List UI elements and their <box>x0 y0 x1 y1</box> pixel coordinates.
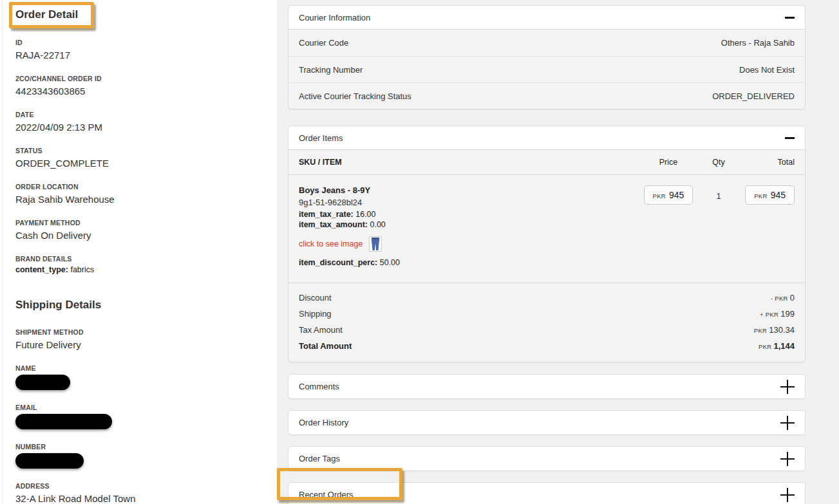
field-status: STATUS ORDER_COMPLETE <box>15 147 261 169</box>
price-currency: PKR <box>653 192 666 200</box>
field-shipment-label: SHIPMENT METHOD <box>15 328 261 336</box>
field-channel-label: 2CO/CHANNEL ORDER ID <box>15 75 261 82</box>
order-items-header[interactable]: Order Items <box>288 126 805 150</box>
field-location-label: ORDER LOCATION <box>15 183 261 191</box>
courier-code-label: Courier Code <box>299 38 348 48</box>
field-location-value: Raja Sahib Warehouse <box>15 193 261 205</box>
recent-orders-title: Recent Orders <box>299 490 354 499</box>
order-history-title: Order History <box>299 418 348 427</box>
tracking-status-row: Active Courier Tracking Status ORDER_DEL… <box>288 82 805 109</box>
field-date-value: 2022/04/09 2:13 PM <box>15 121 261 133</box>
item-tax-rate: item_tax_rate: 16.00 <box>299 210 632 219</box>
price-chip: PKR 945 <box>644 185 693 205</box>
jeans-icon <box>371 238 380 250</box>
field-status-value: ORDER_COMPLETE <box>15 157 261 169</box>
total-amount-row: Total Amount PKR1,144 <box>299 338 795 354</box>
field-date: DATE 2022/04/09 2:13 PM <box>15 111 261 133</box>
order-detail-sidebar: Order Detail ID RAJA-22717 2CO/CHANNEL O… <box>0 0 277 504</box>
order-totals-section: Discount - PKR0 Shipping + PKR199 Tax Am… <box>288 283 805 362</box>
field-number: NUMBER <box>15 443 261 469</box>
total-amount-label: Total Amount <box>299 341 352 351</box>
field-name: NAME <box>15 364 261 390</box>
field-id-label: ID <box>15 39 261 46</box>
column-price: Price <box>632 158 704 167</box>
field-payment-method: PAYMENT METHOD Cash On Delivery <box>15 219 261 241</box>
field-number-label: NUMBER <box>15 443 261 451</box>
order-items-table-header: SKU / ITEM Price Qty Total <box>288 150 805 175</box>
order-detail-page: Order Detail ID RAJA-22717 2CO/CHANNEL O… <box>0 0 839 504</box>
qty-value: 1 <box>704 191 733 201</box>
item-name: Boys Jeans - 8-9Y <box>299 185 632 195</box>
field-id-value: RAJA-22717 <box>15 49 261 61</box>
field-brand-details: BRAND DETAILS content_type: fabrics <box>15 255 261 274</box>
shipping-row: Shipping + PKR199 <box>299 306 795 322</box>
jeans-thumbnail-image[interactable] <box>369 236 382 252</box>
field-email: EMAIL <box>15 404 261 429</box>
item-price-cell: PKR 945 <box>632 185 704 268</box>
field-name-label: NAME <box>15 364 261 372</box>
field-email-label: EMAIL <box>15 404 261 411</box>
order-items-panel: Order Items SKU / ITEM Price Qty Total B… <box>288 126 806 362</box>
discount-row: Discount - PKR0 <box>299 290 795 306</box>
column-sku-item: SKU / ITEM <box>299 158 632 167</box>
courier-information-panel: Courier Information Courier Code Others … <box>288 5 806 109</box>
field-address-label: ADDRESS <box>15 482 261 490</box>
field-address: ADDRESS 32-A Link Road Model Town <box>15 482 261 504</box>
total-amount: 945 <box>771 190 786 200</box>
price-amount: 945 <box>669 190 684 200</box>
field-status-label: STATUS <box>15 147 261 154</box>
sidebar-divider <box>2 0 3 504</box>
item-qty-cell: 1 <box>704 185 733 268</box>
shipping-label: Shipping <box>299 309 332 319</box>
tax-amount-row: Tax Amount PKR130.34 <box>299 322 795 338</box>
field-date-label: DATE <box>15 111 261 118</box>
page-title: Order Detail <box>15 8 261 22</box>
order-tags-panel: Order Tags <box>288 446 806 471</box>
comments-header[interactable]: Comments <box>288 375 805 398</box>
redacted-name-value <box>15 375 70 390</box>
expand-icon[interactable] <box>780 452 795 466</box>
order-panels-area: Courier Information Courier Code Others … <box>277 0 839 504</box>
order-tags-title: Order Tags <box>299 454 340 463</box>
order-history-header[interactable]: Order History <box>288 411 805 434</box>
courier-information-title: Courier Information <box>299 13 370 23</box>
tracking-status-value: ORDER_DELIVERED <box>712 91 795 101</box>
order-tags-header[interactable]: Order Tags <box>288 447 805 471</box>
expand-icon[interactable] <box>780 488 795 502</box>
shipping-details-title: Shipping Details <box>15 299 261 312</box>
item-tax-amount: item_tax_amount: 0.00 <box>299 220 632 229</box>
item-total-cell: PKR 945 <box>733 185 795 268</box>
courier-code-value: Others - Raja Sahib <box>721 38 795 48</box>
tracking-status-label: Active Courier Tracking Status <box>299 91 411 101</box>
collapse-icon[interactable] <box>785 17 795 19</box>
recent-orders-panel: Recent Orders <box>288 482 806 504</box>
courier-information-header[interactable]: Courier Information <box>288 6 805 30</box>
column-qty: Qty <box>704 158 733 167</box>
field-shipment-value: Future Delivery <box>15 339 261 351</box>
comments-panel: Comments <box>288 374 806 399</box>
comments-title: Comments <box>299 382 339 391</box>
total-currency: PKR <box>754 192 767 200</box>
field-payment-label: PAYMENT METHOD <box>15 219 261 227</box>
click-to-see-image-link[interactable]: click to see image <box>299 239 363 248</box>
field-brand-label: BRAND DETAILS <box>15 255 261 263</box>
field-shipment-method: SHIPMENT METHOD Future Delivery <box>15 328 261 351</box>
expand-icon[interactable] <box>780 416 795 430</box>
field-id: ID RAJA-22717 <box>15 39 261 61</box>
tracking-number-label: Tracking Number <box>299 65 363 75</box>
field-payment-value: Cash On Delivery <box>15 229 261 241</box>
redacted-email-value <box>15 414 112 429</box>
redacted-number-value <box>15 453 84 469</box>
recent-orders-header[interactable]: Recent Orders <box>288 483 805 504</box>
order-items-title: Order Items <box>299 133 343 143</box>
total-chip: PKR 945 <box>745 185 795 205</box>
expand-icon[interactable] <box>780 380 795 394</box>
collapse-icon[interactable] <box>785 137 795 139</box>
tracking-number-row: Tracking Number Does Not Exist <box>288 56 805 82</box>
column-total: Total <box>733 158 795 167</box>
item-discount-perc: item_discount_perc: 50.00 <box>299 258 632 267</box>
field-channel-order-id: 2CO/CHANNEL ORDER ID 4423343603865 <box>15 75 261 97</box>
field-brand-value: content_type: fabrics <box>15 265 261 274</box>
discount-label: Discount <box>299 293 332 303</box>
item-sku: 9g1-51-9628bl24 <box>299 198 632 207</box>
